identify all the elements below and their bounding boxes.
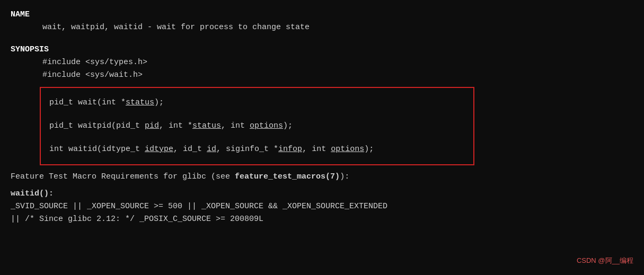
func3-mid1: , id_t xyxy=(173,145,207,154)
func1-pre: pid_t wait(int * xyxy=(49,98,126,107)
synopsis-label: SYNOPSIS xyxy=(11,43,633,56)
function-signatures-box: pid_t wait(int *status); pid_t waitpid(p… xyxy=(40,87,474,165)
func1-param-status: status xyxy=(126,98,154,107)
func3-param-id: id xyxy=(207,145,216,154)
feature-end: ): xyxy=(340,172,349,181)
waitid-label: waitid(): xyxy=(11,188,633,200)
func2-signature: pid_t waitpid(pid_t pid, int *status, in… xyxy=(49,120,465,132)
watermark-csdn: CSDN xyxy=(577,256,598,264)
watermark: CSDN @阿__编程 xyxy=(577,255,633,267)
waitid-bold: waitid(): xyxy=(11,189,54,198)
name-label: NAME xyxy=(11,8,633,21)
include2: #include <sys/wait.h> xyxy=(11,69,633,82)
func3-post: ); xyxy=(364,145,374,154)
func3-mid2: , siginfo_t * xyxy=(216,145,278,154)
posix-line: || /* Since glibc 2.12: */ _POSIX_C_SOUR… xyxy=(11,213,633,226)
func3-mid3: , int xyxy=(302,145,331,154)
include1: #include <sys/types.h> xyxy=(11,56,633,69)
feature-bold: feature_test_macros(7) xyxy=(235,172,340,181)
func2-param-pid: pid xyxy=(145,121,159,130)
svid-line: _SVID_SOURCE || _XOPEN_SOURCE >= 500 || … xyxy=(11,200,633,213)
watermark-rest: __编程 xyxy=(612,256,633,264)
func3-pre: int waitid(idtype_t xyxy=(49,145,145,154)
func3-param-options: options xyxy=(331,145,364,154)
feature-pre: Feature Test Macro Requirements for glib… xyxy=(11,172,235,181)
func2-mid1: , int * xyxy=(159,121,192,130)
name-description: wait, waitpid, waitid - wait for process… xyxy=(11,21,633,34)
func2-post: ); xyxy=(283,121,293,130)
func2-mid2: , int xyxy=(221,121,250,130)
func2-param-options: options xyxy=(250,121,283,130)
feature-test-line: Feature Test Macro Requirements for glib… xyxy=(11,171,633,183)
func3-param-infop: infop xyxy=(278,145,302,154)
func3-param-idtype: idtype xyxy=(145,145,173,154)
func2-param-status: status xyxy=(192,121,221,130)
func1-signature: pid_t wait(int *status); xyxy=(49,96,465,109)
watermark-at: @阿 xyxy=(598,256,612,264)
func2-pre: pid_t waitpid(pid_t xyxy=(49,121,145,130)
main-content: NAME wait, waitpid, waitid - wait for pr… xyxy=(0,0,644,234)
func1-post: ); xyxy=(154,98,164,107)
func3-signature: int waitid(idtype_t idtype, id_t id, sig… xyxy=(49,143,465,156)
